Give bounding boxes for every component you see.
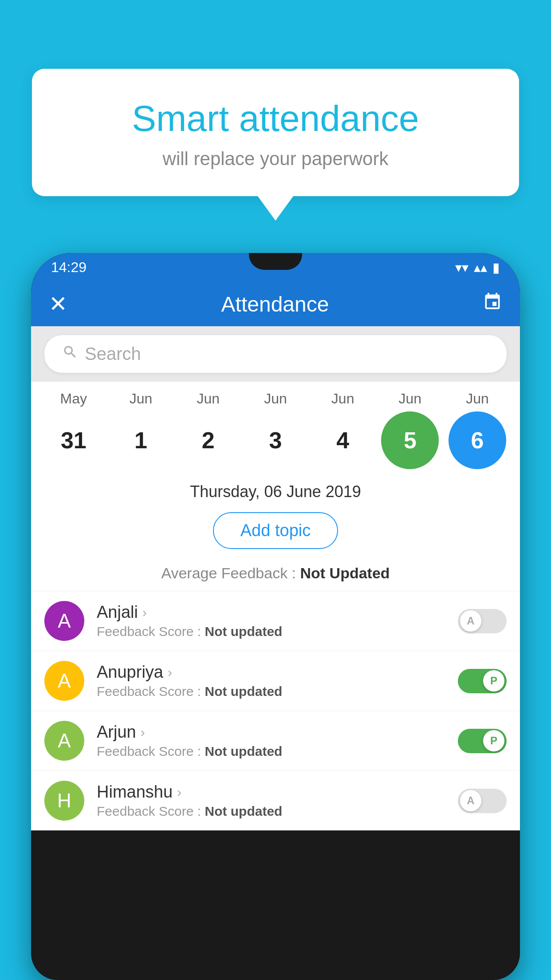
day-2[interactable]: 2: [179, 411, 237, 469]
student-name-anjali: Anjali ›: [97, 603, 445, 622]
chevron-right-icon: ›: [177, 785, 181, 800]
status-time: 14:29: [51, 259, 87, 276]
speech-bubble-arrow: [258, 196, 293, 221]
close-button[interactable]: ✕: [49, 291, 67, 317]
month-4: Jun: [314, 391, 372, 407]
day-4[interactable]: 4: [314, 411, 372, 469]
phone-frame: 14:29 ▾▾ ▴▴ ▮ ✕ Attendance: [31, 253, 520, 980]
screen-content: Search May Jun Jun Jun Jun Jun Jun 31 1 …: [31, 326, 520, 830]
chevron-right-icon: ›: [168, 665, 172, 680]
day-0[interactable]: 31: [45, 411, 102, 469]
screen-wrapper: ✕ Attendance Search: [31, 282, 520, 980]
avatar-himanshu: H: [44, 781, 84, 821]
attendance-toggle-arjun[interactable]: P: [458, 729, 507, 753]
toggle-knob-anjali: A: [460, 610, 481, 632]
month-1: Jun: [112, 391, 170, 407]
attendance-toggle-himanshu[interactable]: A: [458, 789, 507, 813]
chevron-right-icon: ›: [141, 725, 145, 740]
student-feedback-anjali: Feedback Score : Not updated: [97, 624, 445, 639]
student-info-anupriya: Anupriya › Feedback Score : Not updated: [97, 663, 445, 699]
speech-bubble-container: Smart attendance will replace your paper…: [32, 69, 519, 221]
attendance-toggle-anupriya[interactable]: P: [458, 669, 507, 693]
app-title: Attendance: [221, 292, 329, 316]
student-item-himanshu[interactable]: H Himanshu › Feedback Score : Not update…: [31, 771, 520, 830]
attendance-toggle-anjali[interactable]: A: [458, 609, 507, 633]
toggle-knob-himanshu: A: [460, 790, 481, 811]
month-0: May: [45, 391, 102, 407]
speech-bubble: Smart attendance will replace your paper…: [32, 69, 519, 196]
search-container: Search: [31, 326, 520, 382]
student-feedback-anupriya: Feedback Score : Not updated: [97, 684, 445, 699]
student-info-anjali: Anjali › Feedback Score : Not updated: [97, 603, 445, 639]
calendar-days: 31 1 2 3 4 5 6: [40, 411, 511, 469]
avatar-anupriya: A: [44, 661, 84, 701]
add-topic-button[interactable]: Add topic: [213, 512, 338, 549]
student-info-himanshu: Himanshu › Feedback Score : Not updated: [97, 782, 445, 819]
month-2: Jun: [179, 391, 237, 407]
student-feedback-himanshu: Feedback Score : Not updated: [97, 804, 445, 819]
month-5: Jun: [381, 391, 439, 407]
calendar-icon[interactable]: [483, 292, 502, 316]
day-6-selected[interactable]: 6: [449, 411, 506, 469]
student-item-arjun[interactable]: A Arjun › Feedback Score : Not updated P: [31, 711, 520, 771]
search-icon: [62, 344, 78, 364]
student-item-anjali[interactable]: A Anjali › Feedback Score : Not updated …: [31, 591, 520, 651]
student-item-anupriya[interactable]: A Anupriya › Feedback Score : Not update…: [31, 651, 520, 711]
signal-icon: ▴▴: [474, 260, 487, 275]
avg-feedback-value: Not Updated: [300, 565, 390, 581]
student-name-arjun: Arjun ›: [97, 723, 445, 742]
search-bar[interactable]: Search: [44, 335, 507, 373]
month-6: Jun: [449, 391, 506, 407]
phone-notch: [249, 253, 302, 270]
calendar-months: May Jun Jun Jun Jun Jun Jun: [40, 391, 511, 407]
toggle-knob-anupriya: P: [483, 670, 504, 692]
status-icons: ▾▾ ▴▴ ▮: [455, 260, 500, 275]
student-list: A Anjali › Feedback Score : Not updated …: [31, 591, 520, 830]
student-feedback-arjun: Feedback Score : Not updated: [97, 744, 445, 759]
battery-icon: ▮: [492, 260, 500, 275]
chevron-right-icon: ›: [142, 605, 147, 620]
bubble-title: Smart attendance: [67, 98, 484, 139]
bubble-subtitle: will replace your paperwork: [67, 148, 484, 170]
day-1[interactable]: 1: [112, 411, 170, 469]
day-5-today[interactable]: 5: [381, 411, 439, 469]
search-placeholder: Search: [85, 344, 141, 364]
toggle-knob-arjun: P: [483, 730, 504, 751]
day-3[interactable]: 3: [247, 411, 304, 469]
app-bar: ✕ Attendance: [31, 282, 520, 326]
avg-feedback-label: Average Feedback :: [161, 565, 296, 581]
date-label: Thursday, 06 June 2019: [31, 474, 520, 508]
avatar-arjun: A: [44, 721, 84, 761]
month-3: Jun: [247, 391, 304, 407]
student-name-anupriya: Anupriya ›: [97, 663, 445, 682]
student-info-arjun: Arjun › Feedback Score : Not updated: [97, 723, 445, 759]
avatar-anjali: A: [44, 601, 84, 641]
student-name-himanshu: Himanshu ›: [97, 782, 445, 802]
avg-feedback: Average Feedback : Not Updated: [31, 565, 520, 591]
add-topic-wrapper: Add topic: [31, 508, 520, 565]
status-bar: 14:29 ▾▾ ▴▴ ▮: [31, 253, 520, 282]
wifi-icon: ▾▾: [455, 260, 468, 275]
calendar-strip: May Jun Jun Jun Jun Jun Jun 31 1 2 3 4 5…: [31, 382, 520, 474]
